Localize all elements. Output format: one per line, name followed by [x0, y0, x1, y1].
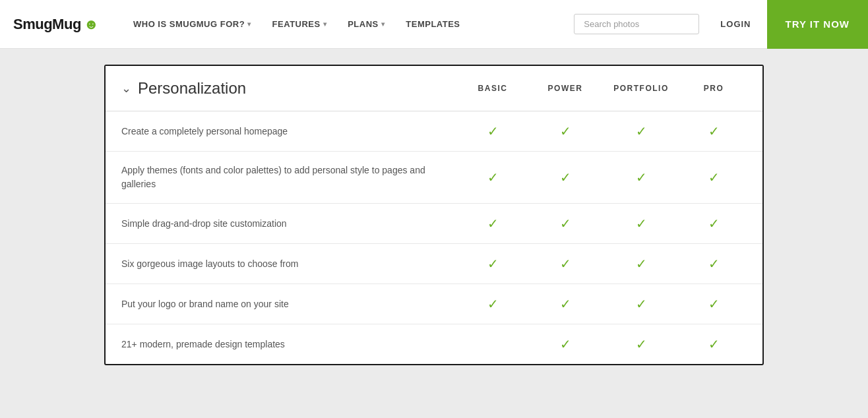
feature-label: Put your logo or brand name on your site — [121, 297, 456, 311]
checkmark-icon: ✓ — [560, 336, 571, 352]
checkmark-icon: ✓ — [487, 296, 499, 312]
chevron-down-icon: ▾ — [323, 20, 327, 28]
search-input[interactable] — [574, 14, 699, 34]
checkmark-icon: ✓ — [708, 296, 720, 312]
check-cell-portfolio: ✓ — [602, 216, 681, 231]
table-header: ⌄ Personalization BASIC POWER PORTFOLIO … — [106, 66, 762, 111]
nav-who[interactable]: WHO IS SMUGMUG FOR? ▾ — [125, 14, 259, 34]
check-cell-portfolio: ✓ — [602, 169, 681, 185]
main-nav: WHO IS SMUGMUG FOR? ▾ FEATURES ▾ PLANS ▾… — [125, 14, 574, 34]
try-it-now-button[interactable]: TRY IT NOW — [767, 0, 869, 49]
check-cell-pro: ✓ — [681, 169, 747, 185]
check-cell-pro: ✓ — [681, 256, 747, 272]
checkmark-icon: ✓ — [487, 169, 499, 185]
table-row: 21+ modern, premade design templates✓✓✓ — [106, 324, 762, 364]
check-cell-basic: ✓ — [456, 216, 529, 231]
table-row: Simple drag-and-drop site customization✓… — [106, 204, 762, 244]
col-power: POWER — [529, 84, 602, 93]
check-cell-basic: ✓ — [456, 123, 529, 139]
checkmark-icon: ✓ — [560, 296, 571, 312]
table-row: Create a completely personal homepage✓✓✓… — [106, 111, 762, 152]
chevron-down-icon: ▾ — [381, 20, 385, 28]
chevron-down-icon: ⌄ — [121, 81, 131, 96]
check-cell-power: ✓ — [529, 296, 602, 312]
checkmark-icon: ✓ — [636, 336, 647, 352]
nav-features[interactable]: FEATURES ▾ — [264, 14, 335, 34]
checkmark-icon: ✓ — [560, 169, 571, 185]
nav-templates[interactable]: TEMPLATES — [398, 14, 468, 34]
checkmark-icon: ✓ — [487, 216, 499, 231]
login-button[interactable]: LOGIN — [710, 14, 761, 34]
checkmark-icon: ✓ — [636, 216, 647, 231]
table-row: Apply themes (fonts and color palettes) … — [106, 152, 762, 204]
checkmark-icon: ✓ — [560, 256, 571, 272]
check-cell-power: ✓ — [529, 169, 602, 185]
check-cell-portfolio: ✓ — [602, 336, 681, 352]
check-cell-power: ✓ — [529, 256, 602, 272]
check-cell-power: ✓ — [529, 216, 602, 231]
checkmark-icon: ✓ — [708, 216, 720, 231]
checkmark-icon: ✓ — [636, 296, 647, 312]
checkmark-icon: ✓ — [560, 216, 571, 231]
checkmark-icon: ✓ — [487, 256, 499, 272]
main-header: SmugMug ☻ WHO IS SMUGMUG FOR? ▾ FEATURES… — [0, 0, 868, 49]
feature-rows: Create a completely personal homepage✓✓✓… — [106, 111, 762, 364]
col-portfolio: PORTFOLIO — [602, 84, 681, 93]
feature-label: Six gorgeous image layouts to choose fro… — [121, 257, 456, 271]
col-basic: BASIC — [456, 84, 529, 93]
main-content: ⌄ Personalization BASIC POWER PORTFOLIO … — [0, 49, 868, 418]
check-cell-power: ✓ — [529, 123, 602, 139]
feature-label: 21+ modern, premade design templates — [121, 338, 456, 351]
logo[interactable]: SmugMug ☻ — [13, 16, 99, 33]
checkmark-icon: ✓ — [636, 256, 647, 272]
checkmark-icon: ✓ — [708, 336, 720, 352]
checkmark-icon: ✓ — [708, 256, 720, 272]
checkmark-icon: ✓ — [708, 169, 720, 185]
check-cell-pro: ✓ — [681, 216, 747, 231]
feature-label: Simple drag-and-drop site customization — [121, 217, 456, 231]
checkmark-icon: ✓ — [487, 123, 499, 139]
table-row: Put your logo or brand name on your site… — [106, 284, 762, 324]
feature-label: Apply themes (fonts and color palettes) … — [121, 164, 456, 191]
check-cell-power: ✓ — [529, 336, 602, 352]
col-pro: PRO — [681, 84, 747, 93]
logo-icon: ☻ — [84, 16, 99, 33]
feature-label: Create a completely personal homepage — [121, 125, 456, 138]
checkmark-icon: ✓ — [636, 169, 647, 185]
section-title[interactable]: ⌄ Personalization — [121, 79, 456, 98]
nav-plans[interactable]: PLANS ▾ — [340, 14, 392, 34]
checkmark-icon: ✓ — [560, 123, 571, 139]
check-cell-portfolio: ✓ — [602, 256, 681, 272]
check-cell-basic: ✓ — [456, 169, 529, 185]
check-cell-pro: ✓ — [681, 123, 747, 139]
check-cell-portfolio: ✓ — [602, 123, 681, 139]
check-cell-basic: ✓ — [456, 296, 529, 312]
personalization-table: ⌄ Personalization BASIC POWER PORTFOLIO … — [104, 65, 764, 365]
check-cell-pro: ✓ — [681, 336, 747, 352]
check-cell-basic: ✓ — [456, 256, 529, 272]
chevron-down-icon: ▾ — [247, 20, 251, 28]
checkmark-icon: ✓ — [636, 123, 647, 139]
check-cell-portfolio: ✓ — [602, 296, 681, 312]
logo-text: SmugMug — [13, 16, 81, 33]
table-row: Six gorgeous image layouts to choose fro… — [106, 244, 762, 284]
checkmark-icon: ✓ — [708, 123, 720, 139]
check-cell-pro: ✓ — [681, 296, 747, 312]
